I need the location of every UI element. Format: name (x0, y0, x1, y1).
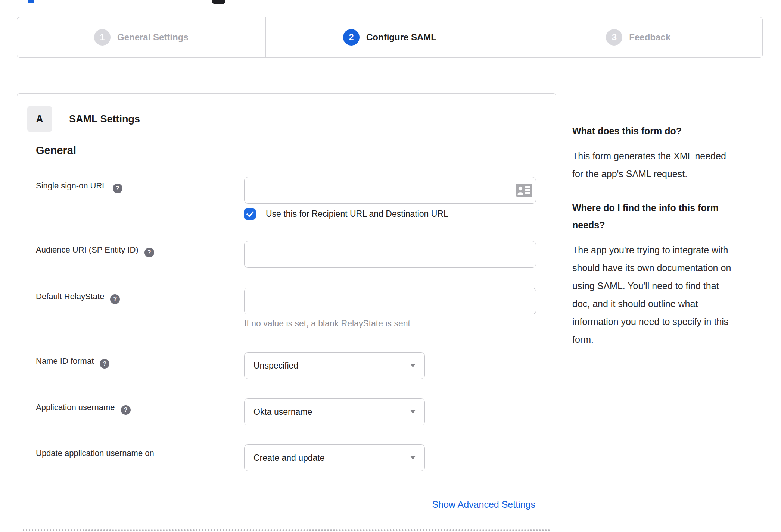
chevron-down-icon (410, 456, 416, 460)
step-label: Feedback (629, 32, 670, 43)
cutoff-dark-icon-fragment (212, 0, 225, 4)
general-section-heading: General (36, 144, 76, 157)
app-username-label: Application username? (36, 403, 131, 415)
panel-header: A SAML Settings (27, 106, 140, 132)
step-label: General Settings (117, 32, 189, 43)
audience-uri-label: Audience URI (SP Entity ID)? (36, 245, 154, 257)
app-username-value: Okta username (253, 407, 410, 417)
sidebar-paragraph-what: This form generates the XML needed for t… (572, 147, 761, 183)
help-icon[interactable]: ? (113, 184, 122, 193)
name-id-format-value: Unspecified (253, 361, 410, 371)
section-a-badge: A (27, 106, 52, 132)
recipient-url-checkbox[interactable] (244, 208, 256, 220)
audience-uri-label-text: Audience URI (SP Entity ID) (36, 245, 139, 254)
update-username-label: Update application username on (36, 448, 154, 458)
step-number-badge: 1 (94, 29, 111, 46)
audience-uri-input[interactable] (244, 241, 536, 268)
relay-state-hint: If no value is set, a blank RelayState i… (244, 319, 410, 329)
step-label: Configure SAML (366, 32, 436, 43)
sidebar-heading-where: Where do I find the info this form needs… (572, 199, 761, 234)
recipient-url-checkbox-label: Use this for Recipient URL and Destinati… (266, 209, 448, 219)
step-feedback[interactable]: 3 Feedback (514, 17, 762, 57)
update-username-select[interactable]: Create and update (244, 444, 425, 471)
section-dotted-divider (23, 529, 550, 531)
app-username-label-text: Application username (36, 403, 115, 412)
sso-url-input[interactable] (244, 177, 536, 204)
sso-url-label: Single sign-on URL? (36, 181, 122, 193)
step-number-badge: 2 (343, 29, 360, 46)
help-icon[interactable]: ? (100, 359, 109, 369)
chevron-down-icon (410, 364, 416, 367)
saml-settings-panel: A SAML Settings General Single sign-on U… (17, 93, 556, 532)
step-configure-saml[interactable]: 2 Configure SAML (265, 17, 514, 57)
step-number-badge: 3 (606, 29, 622, 46)
name-id-format-label: Name ID format? (36, 356, 109, 369)
sidebar-heading-what: What does this form do? (572, 122, 761, 140)
name-id-format-label-text: Name ID format (36, 356, 94, 366)
update-username-label-text: Update application username on (36, 448, 154, 458)
help-icon[interactable]: ? (110, 294, 120, 304)
chevron-down-icon (410, 410, 416, 414)
cutoff-blue-title-fragment (28, 0, 34, 3)
relay-state-input[interactable] (244, 288, 536, 314)
help-icon[interactable]: ? (144, 248, 154, 257)
sso-url-label-text: Single sign-on URL (36, 181, 107, 190)
checkmark-icon (246, 211, 254, 217)
recipient-url-checkbox-row: Use this for Recipient URL and Destinati… (244, 208, 448, 220)
relay-state-label: Default RelayState? (36, 292, 120, 304)
help-icon[interactable]: ? (121, 405, 131, 415)
show-advanced-settings-link[interactable]: Show Advanced Settings (432, 499, 535, 510)
panel-title: SAML Settings (69, 113, 140, 125)
help-sidebar: What does this form do? This form genera… (572, 122, 761, 348)
app-username-select[interactable]: Okta username (244, 398, 425, 425)
update-username-value: Create and update (253, 453, 410, 463)
step-general-settings[interactable]: 1 General Settings (17, 17, 265, 57)
sidebar-paragraph-where: The app you're trying to integrate with … (572, 241, 761, 348)
relay-state-label-text: Default RelayState (36, 292, 104, 301)
name-id-format-select[interactable]: Unspecified (244, 352, 425, 379)
wizard-stepper: 1 General Settings 2 Configure SAML 3 Fe… (17, 17, 763, 58)
contact-card-icon[interactable] (516, 184, 532, 197)
